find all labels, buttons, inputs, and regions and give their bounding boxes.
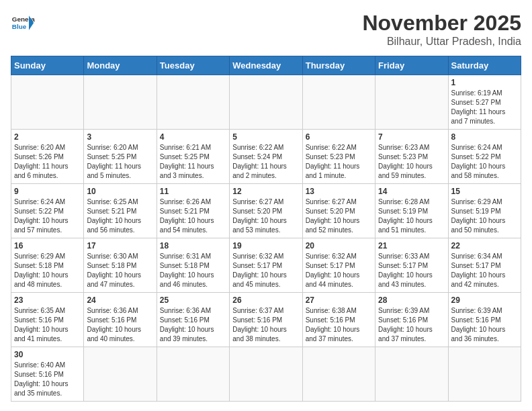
weekday-header-wednesday: Wednesday bbox=[230, 56, 302, 75]
weekday-header-friday: Friday bbox=[375, 56, 448, 75]
day-info: Sunrise: 6:29 AM Sunset: 5:18 PM Dayligh… bbox=[14, 252, 81, 289]
day-info: Sunrise: 6:28 AM Sunset: 5:19 PM Dayligh… bbox=[378, 197, 445, 235]
calendar-cell: 5Sunrise: 6:22 AM Sunset: 5:24 PM Daylig… bbox=[230, 130, 302, 184]
day-number: 9 bbox=[14, 187, 81, 196]
page-header: General Blue November 2025 Bilhaur, Utta… bbox=[11, 11, 521, 48]
weekday-header-saturday: Saturday bbox=[448, 56, 521, 75]
calendar-cell bbox=[157, 347, 229, 402]
day-number: 21 bbox=[378, 241, 445, 250]
day-info: Sunrise: 6:36 AM Sunset: 5:16 PM Dayligh… bbox=[160, 306, 226, 344]
calendar-cell bbox=[230, 347, 302, 402]
calendar-cell: 13Sunrise: 6:27 AM Sunset: 5:20 PM Dayli… bbox=[302, 184, 375, 238]
calendar-cell: 20Sunrise: 6:32 AM Sunset: 5:17 PM Dayli… bbox=[302, 238, 375, 293]
calendar-cell: 7Sunrise: 6:23 AM Sunset: 5:23 PM Daylig… bbox=[375, 130, 448, 184]
day-info: Sunrise: 6:20 AM Sunset: 5:25 PM Dayligh… bbox=[87, 143, 153, 181]
calendar-cell bbox=[230, 75, 302, 130]
day-number: 4 bbox=[160, 132, 226, 142]
day-number: 28 bbox=[378, 295, 445, 305]
day-info: Sunrise: 6:25 AM Sunset: 5:21 PM Dayligh… bbox=[87, 197, 153, 235]
day-info: Sunrise: 6:29 AM Sunset: 5:19 PM Dayligh… bbox=[451, 197, 518, 235]
calendar-cell: 24Sunrise: 6:36 AM Sunset: 5:16 PM Dayli… bbox=[84, 293, 157, 347]
day-info: Sunrise: 6:35 AM Sunset: 5:16 PM Dayligh… bbox=[14, 306, 81, 344]
calendar-cell: 14Sunrise: 6:28 AM Sunset: 5:19 PM Dayli… bbox=[375, 184, 448, 238]
calendar-cell: 2Sunrise: 6:20 AM Sunset: 5:26 PM Daylig… bbox=[11, 130, 84, 184]
day-number: 16 bbox=[14, 241, 81, 250]
day-info: Sunrise: 6:32 AM Sunset: 5:17 PM Dayligh… bbox=[306, 252, 372, 289]
day-number: 8 bbox=[451, 132, 518, 142]
weekday-header-tuesday: Tuesday bbox=[157, 56, 229, 75]
calendar-cell bbox=[448, 347, 521, 402]
calendar-cell: 17Sunrise: 6:30 AM Sunset: 5:18 PM Dayli… bbox=[84, 238, 157, 293]
day-info: Sunrise: 6:34 AM Sunset: 5:17 PM Dayligh… bbox=[451, 252, 518, 289]
day-number: 10 bbox=[87, 187, 153, 196]
calendar-cell: 19Sunrise: 6:32 AM Sunset: 5:17 PM Dayli… bbox=[230, 238, 302, 293]
calendar-cell: 6Sunrise: 6:22 AM Sunset: 5:23 PM Daylig… bbox=[302, 130, 375, 184]
day-info: Sunrise: 6:39 AM Sunset: 5:16 PM Dayligh… bbox=[451, 306, 518, 344]
day-number: 7 bbox=[378, 132, 445, 142]
day-info: Sunrise: 6:37 AM Sunset: 5:16 PM Dayligh… bbox=[232, 306, 299, 344]
calendar-week-row: 1Sunrise: 6:19 AM Sunset: 5:27 PM Daylig… bbox=[11, 75, 521, 130]
calendar-cell: 16Sunrise: 6:29 AM Sunset: 5:18 PM Dayli… bbox=[11, 238, 84, 293]
calendar-cell: 8Sunrise: 6:24 AM Sunset: 5:22 PM Daylig… bbox=[448, 130, 521, 184]
calendar-cell: 11Sunrise: 6:26 AM Sunset: 5:21 PM Dayli… bbox=[157, 184, 229, 238]
weekday-header-sunday: Sunday bbox=[11, 56, 84, 75]
calendar-week-row: 23Sunrise: 6:35 AM Sunset: 5:16 PM Dayli… bbox=[11, 293, 521, 347]
calendar-cell: 4Sunrise: 6:21 AM Sunset: 5:25 PM Daylig… bbox=[157, 130, 229, 184]
day-info: Sunrise: 6:31 AM Sunset: 5:18 PM Dayligh… bbox=[160, 252, 226, 289]
weekday-header-monday: Monday bbox=[84, 56, 157, 75]
calendar-cell: 25Sunrise: 6:36 AM Sunset: 5:16 PM Dayli… bbox=[157, 293, 229, 347]
day-info: Sunrise: 6:22 AM Sunset: 5:23 PM Dayligh… bbox=[306, 143, 372, 181]
calendar-cell: 18Sunrise: 6:31 AM Sunset: 5:18 PM Dayli… bbox=[157, 238, 229, 293]
calendar-cell: 28Sunrise: 6:39 AM Sunset: 5:16 PM Dayli… bbox=[375, 293, 448, 347]
calendar-cell: 26Sunrise: 6:37 AM Sunset: 5:16 PM Dayli… bbox=[230, 293, 302, 347]
logo: General Blue bbox=[11, 11, 35, 35]
day-info: Sunrise: 6:39 AM Sunset: 5:16 PM Dayligh… bbox=[378, 306, 445, 344]
calendar-cell bbox=[84, 347, 157, 402]
calendar-cell: 10Sunrise: 6:25 AM Sunset: 5:21 PM Dayli… bbox=[84, 184, 157, 238]
day-info: Sunrise: 6:30 AM Sunset: 5:18 PM Dayligh… bbox=[87, 252, 153, 289]
day-number: 6 bbox=[306, 132, 372, 142]
day-info: Sunrise: 6:27 AM Sunset: 5:20 PM Dayligh… bbox=[306, 197, 372, 235]
day-number: 30 bbox=[14, 350, 81, 359]
logo-icon: General Blue bbox=[11, 11, 35, 35]
calendar-cell: 27Sunrise: 6:38 AM Sunset: 5:16 PM Dayli… bbox=[302, 293, 375, 347]
calendar-week-row: 30Sunrise: 6:40 AM Sunset: 5:16 PM Dayli… bbox=[11, 347, 521, 402]
day-number: 20 bbox=[306, 241, 372, 250]
day-number: 24 bbox=[87, 295, 153, 305]
calendar-cell: 22Sunrise: 6:34 AM Sunset: 5:17 PM Dayli… bbox=[448, 238, 521, 293]
calendar-cell: 1Sunrise: 6:19 AM Sunset: 5:27 PM Daylig… bbox=[448, 75, 521, 130]
calendar-cell bbox=[375, 75, 448, 130]
day-info: Sunrise: 6:21 AM Sunset: 5:25 PM Dayligh… bbox=[160, 143, 226, 181]
day-number: 27 bbox=[306, 295, 372, 305]
month-title: November 2025 bbox=[362, 11, 521, 36]
day-info: Sunrise: 6:20 AM Sunset: 5:26 PM Dayligh… bbox=[14, 143, 81, 181]
day-info: Sunrise: 6:27 AM Sunset: 5:20 PM Dayligh… bbox=[232, 197, 299, 235]
day-info: Sunrise: 6:38 AM Sunset: 5:16 PM Dayligh… bbox=[306, 306, 372, 344]
day-number: 18 bbox=[160, 241, 226, 250]
day-info: Sunrise: 6:24 AM Sunset: 5:22 PM Dayligh… bbox=[451, 143, 518, 181]
calendar-cell bbox=[302, 347, 375, 402]
calendar-cell: 30Sunrise: 6:40 AM Sunset: 5:16 PM Dayli… bbox=[11, 347, 84, 402]
day-info: Sunrise: 6:26 AM Sunset: 5:21 PM Dayligh… bbox=[160, 197, 226, 235]
calendar-cell bbox=[11, 75, 84, 130]
day-number: 29 bbox=[451, 295, 518, 305]
calendar-cell: 23Sunrise: 6:35 AM Sunset: 5:16 PM Dayli… bbox=[11, 293, 84, 347]
calendar-table: SundayMondayTuesdayWednesdayThursdayFrid… bbox=[11, 56, 521, 402]
day-info: Sunrise: 6:33 AM Sunset: 5:17 PM Dayligh… bbox=[378, 252, 445, 289]
day-number: 17 bbox=[87, 241, 153, 250]
calendar-cell: 15Sunrise: 6:29 AM Sunset: 5:19 PM Dayli… bbox=[448, 184, 521, 238]
calendar-week-row: 9Sunrise: 6:24 AM Sunset: 5:22 PM Daylig… bbox=[11, 184, 521, 238]
weekday-header-thursday: Thursday bbox=[302, 56, 375, 75]
svg-text:Blue: Blue bbox=[12, 23, 27, 30]
day-info: Sunrise: 6:36 AM Sunset: 5:16 PM Dayligh… bbox=[87, 306, 153, 344]
day-number: 26 bbox=[232, 295, 299, 305]
calendar-cell bbox=[84, 75, 157, 130]
calendar-cell bbox=[375, 347, 448, 402]
calendar-week-row: 2Sunrise: 6:20 AM Sunset: 5:26 PM Daylig… bbox=[11, 130, 521, 184]
day-number: 25 bbox=[160, 295, 226, 305]
day-info: Sunrise: 6:22 AM Sunset: 5:24 PM Dayligh… bbox=[232, 143, 299, 181]
calendar-cell: 9Sunrise: 6:24 AM Sunset: 5:22 PM Daylig… bbox=[11, 184, 84, 238]
day-number: 3 bbox=[87, 132, 153, 142]
day-number: 5 bbox=[232, 132, 299, 142]
location-title: Bilhaur, Uttar Pradesh, India bbox=[362, 36, 521, 48]
